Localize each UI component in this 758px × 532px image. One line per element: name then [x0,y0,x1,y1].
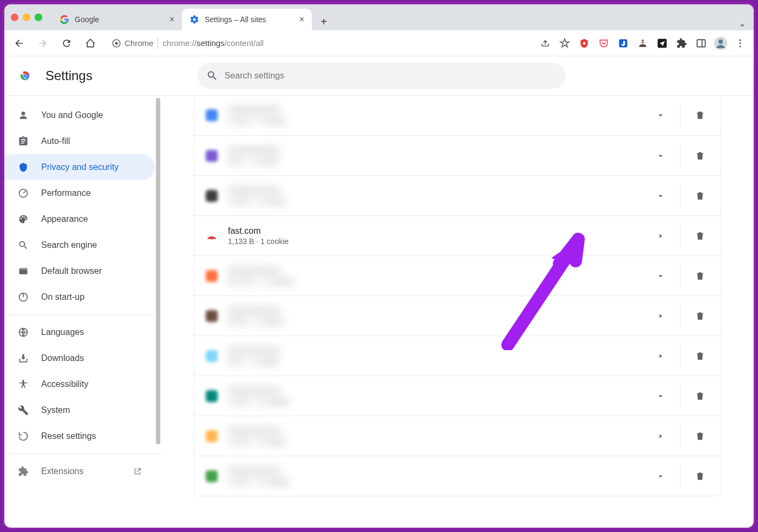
sidebar-item-privacy[interactable]: Privacy and security [4,154,155,180]
search-settings-bar[interactable] [198,63,566,89]
home-button[interactable] [81,34,100,52]
close-window-button[interactable] [11,14,18,21]
extension-send-icon[interactable] [654,35,670,51]
divider [680,104,681,126]
svg-point-11 [718,40,723,44]
sidebar-item-search-engine[interactable]: Search engine [4,232,155,258]
site-row[interactable]: XXXXXXXXX X,XXX · X cookies [194,456,721,496]
profile-avatar-icon[interactable] [713,35,729,51]
svg-point-14 [739,45,741,47]
site-sub: X,XXX · X cookie [228,197,641,206]
site-row[interactable]: XXXXXXXXX XX,XXX · X cookies [194,255,721,295]
site-favicon-icon [204,389,219,404]
site-row[interactable]: fast.com 1,133 B · 1 cookie [194,215,721,255]
expand-site-button[interactable] [650,345,671,367]
site-favicon-icon [204,268,219,284]
extensions-icon[interactable] [674,35,690,51]
site-row[interactable]: XXXXXXXXX X,XXX · X cookie [194,96,721,135]
sidebar-item-label: Default browser [41,266,102,276]
close-tab-icon[interactable]: × [169,15,174,24]
expand-site-button[interactable] [650,465,671,487]
bookmark-icon[interactable] [557,35,573,51]
svg-point-5 [641,41,642,42]
delete-site-button[interactable] [689,104,711,126]
forward-button[interactable] [34,34,52,52]
address-bar[interactable]: Chrome chrome://settings/content/all [105,34,532,52]
toolbar: Chrome chrome://settings/content/all [4,30,754,56]
expand-site-button[interactable] [650,265,671,287]
extension-bitwarden-icon[interactable] [615,35,631,51]
expand-site-button[interactable] [650,225,671,247]
sidebar-item-label: On start-up [41,292,84,302]
site-row[interactable]: XXXXXXXXX X,XXX · X cookies [194,376,721,416]
expand-site-button[interactable] [650,425,671,447]
download-icon [17,353,29,364]
site-text: XXXXXXXXX X,XXX · X cookie [228,426,641,446]
site-row[interactable]: XXXXXXXXX XXXX · X cookie [194,295,721,336]
search-settings-input[interactable] [225,71,557,81]
delete-site-button[interactable] [689,385,711,407]
sidebar-item-startup[interactable]: On start-up [4,284,155,310]
sidebar-item-reset[interactable]: Reset settings [4,423,155,449]
delete-site-button[interactable] [689,345,711,367]
site-name: XXXXXXXXX [228,426,641,436]
sidebar-item-extensions[interactable]: Extensions [4,458,155,484]
menu-icon[interactable] [732,35,748,51]
expand-site-button[interactable] [650,145,671,167]
sidebar-item-performance[interactable]: Performance [4,180,155,206]
sidebar-item-appearance[interactable]: Appearance [4,206,155,232]
sidebar-item-autofill[interactable]: Auto-fill [4,128,155,154]
sidebar-item-languages[interactable]: Languages [4,319,155,345]
settings-sidebar: You and Google Auto-fill Privacy and sec… [4,96,161,528]
new-tab-button[interactable]: + [315,13,332,30]
sidebar-item-downloads[interactable]: Downloads [4,345,155,371]
expand-site-button[interactable] [650,305,671,327]
sidebar-item-label: System [41,405,70,415]
delete-site-button[interactable] [689,265,711,287]
delete-site-button[interactable] [689,225,711,247]
reload-button[interactable] [57,34,76,52]
chrome-logo-icon [17,68,32,83]
sidebar-item-label: Extensions [41,467,83,476]
tab-google[interactable]: Google × [52,9,182,30]
delete-site-button[interactable] [689,145,711,167]
delete-site-button[interactable] [689,185,711,207]
expand-site-button[interactable] [650,185,671,207]
sidebar-item-accessibility[interactable]: Accessibility [4,371,155,397]
extension-avatar-icon[interactable] [635,35,651,51]
back-button[interactable] [10,34,28,52]
divider [680,425,681,447]
sidebar-item-default-browser[interactable]: Default browser [4,258,155,284]
svg-point-6 [643,41,645,42]
tab-label: Google [75,15,99,24]
sidebar-item-you-and-google[interactable]: You and Google [4,102,155,128]
site-row[interactable]: XXXXXXXXX X,XXX · X cookie [194,175,721,215]
extension-pocket-icon[interactable] [596,35,612,51]
site-row[interactable]: XXXXXXXXX XXX · X cookie [194,336,721,376]
expand-site-button[interactable] [650,104,671,126]
sidebar-item-system[interactable]: System [4,397,155,423]
site-name: XXXXXXXXX [228,106,641,115]
site-favicon-icon [204,228,219,244]
delete-site-button[interactable] [689,305,711,327]
close-tab-icon[interactable]: × [299,15,304,24]
sites-list: XXXXXXXXX X,XXX · X cookie XXXXXXXXX XXX… [194,96,721,496]
extension-ublock-icon[interactable] [576,35,592,51]
sidebar-item-label: Privacy and security [41,162,119,172]
sidepanel-icon[interactable] [693,35,709,51]
minimize-window-button[interactable] [23,14,30,21]
delete-site-button[interactable] [689,465,711,487]
site-text: XXXXXXXXX X,XXX · X cookies [228,467,641,486]
delete-site-button[interactable] [689,425,711,447]
site-row[interactable]: XXXXXXXXX X,XXX · X cookie [194,416,721,456]
tab-overflow-button[interactable] [737,21,747,30]
divider [4,454,161,454]
site-row[interactable]: XXXXXXXXX XXX · X cookie [194,135,721,175]
divider [680,225,681,247]
maximize-window-button[interactable] [35,14,42,21]
expand-site-button[interactable] [650,385,671,407]
svg-point-1 [115,42,117,44]
titlebar: Google × Settings – All sites × + [4,4,754,30]
tab-settings[interactable]: Settings – All sites × [182,9,312,30]
share-icon[interactable] [537,35,553,51]
